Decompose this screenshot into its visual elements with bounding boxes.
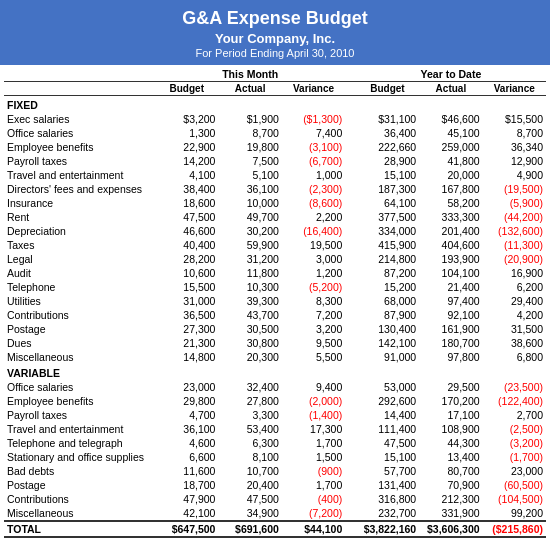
table-row: Dues21,30030,8009,500142,100180,70038,60…: [4, 336, 546, 350]
row-value: 10,000: [218, 196, 281, 210]
row-value: 232,700: [356, 506, 419, 521]
total-value: $3,606,300: [419, 521, 482, 537]
row-value: 20,300: [218, 350, 281, 364]
total-row: TOTAL$647,500$691,600$44,100$3,822,160$3…: [4, 521, 546, 537]
row-value: 404,600: [419, 238, 482, 252]
row-value: $15,500: [483, 112, 546, 126]
row-value: 29,400: [483, 294, 546, 308]
row-value: 187,300: [356, 182, 419, 196]
table-row: Telephone and telegraph4,6006,3001,70047…: [4, 436, 546, 450]
subheader-empty: [4, 82, 155, 96]
row-value: 11,600: [155, 464, 218, 478]
row-value: $3,200: [155, 112, 218, 126]
row-value: (5,200): [282, 280, 345, 294]
row-value: 6,800: [483, 350, 546, 364]
row-value: 58,200: [419, 196, 482, 210]
table-row: Employee benefits29,80027,800(2,000)292,…: [4, 394, 546, 408]
row-value: (7,200): [282, 506, 345, 521]
row-label: Directors' fees and expenses: [4, 182, 155, 196]
row-value: [345, 168, 356, 182]
row-value: 334,000: [356, 224, 419, 238]
row-value: 180,700: [419, 336, 482, 350]
row-value: 131,400: [356, 478, 419, 492]
row-value: 30,200: [218, 224, 281, 238]
row-label: Telephone and telegraph: [4, 436, 155, 450]
row-value: 36,340: [483, 140, 546, 154]
row-value: 91,000: [356, 350, 419, 364]
divider2: [345, 82, 356, 96]
row-value: 15,100: [356, 168, 419, 182]
table-row: Payroll taxes14,2007,500(6,700)28,90041,…: [4, 154, 546, 168]
row-value: (23,500): [483, 380, 546, 394]
row-value: (104,500): [483, 492, 546, 506]
row-value: 36,400: [356, 126, 419, 140]
row-label: Office salaries: [4, 126, 155, 140]
row-label: Postage: [4, 478, 155, 492]
row-value: (132,600): [483, 224, 546, 238]
row-value: (3,200): [483, 436, 546, 450]
table-row: Travel and entertainment36,10053,40017,3…: [4, 422, 546, 436]
row-label: Travel and entertainment: [4, 422, 155, 436]
row-value: 10,300: [218, 280, 281, 294]
row-value: [345, 280, 356, 294]
row-value: 21,400: [419, 280, 482, 294]
row-value: (400): [282, 492, 345, 506]
row-value: [345, 210, 356, 224]
row-value: 29,500: [419, 380, 482, 394]
row-label: Employee benefits: [4, 394, 155, 408]
row-value: 45,100: [419, 126, 482, 140]
row-value: 23,000: [155, 380, 218, 394]
row-label: Postage: [4, 322, 155, 336]
company-name: Your Company, Inc.: [4, 31, 546, 46]
row-label: Contributions: [4, 492, 155, 506]
section-name-1: VARIABLE: [4, 364, 155, 380]
row-value: [345, 238, 356, 252]
budget-table: This Month Year to Date Budget Actual Va…: [4, 67, 546, 538]
row-value: ($1,300): [282, 112, 345, 126]
row-label: Payroll taxes: [4, 408, 155, 422]
row-label: Utilities: [4, 294, 155, 308]
row-value: 1,300: [155, 126, 218, 140]
divider: [345, 67, 356, 82]
row-value: [345, 408, 356, 422]
row-value: 1,700: [282, 478, 345, 492]
row-value: 30,800: [218, 336, 281, 350]
row-value: [345, 450, 356, 464]
row-value: 17,100: [419, 408, 482, 422]
row-value: [345, 154, 356, 168]
row-value: (60,500): [483, 478, 546, 492]
row-value: 1,000: [282, 168, 345, 182]
row-value: 108,900: [419, 422, 482, 436]
row-value: 9,500: [282, 336, 345, 350]
row-label: Miscellaneous: [4, 506, 155, 521]
row-value: 2,200: [282, 210, 345, 224]
row-value: [345, 252, 356, 266]
row-value: 130,400: [356, 322, 419, 336]
row-value: 4,600: [155, 436, 218, 450]
table-row: Miscellaneous14,80020,3005,50091,00097,8…: [4, 350, 546, 364]
section-label-0: FIXED: [4, 96, 546, 113]
row-value: 15,100: [356, 450, 419, 464]
row-value: 9,400: [282, 380, 345, 394]
row-value: [345, 224, 356, 238]
row-value: 36,100: [218, 182, 281, 196]
row-value: 38,400: [155, 182, 218, 196]
row-value: 8,100: [218, 450, 281, 464]
row-label: Exec salaries: [4, 112, 155, 126]
table-row: Contributions36,50043,7007,20087,90092,1…: [4, 308, 546, 322]
tm-variance-header: Variance: [282, 82, 345, 96]
row-value: 21,300: [155, 336, 218, 350]
row-value: 142,100: [356, 336, 419, 350]
row-value: 19,500: [282, 238, 345, 252]
row-value: 212,300: [419, 492, 482, 506]
row-value: 30,500: [218, 322, 281, 336]
row-value: 47,500: [356, 436, 419, 450]
row-value: [345, 308, 356, 322]
row-value: 170,200: [419, 394, 482, 408]
row-value: 23,000: [483, 464, 546, 478]
row-value: 47,900: [155, 492, 218, 506]
row-label: Legal: [4, 252, 155, 266]
section-name-0: FIXED: [4, 96, 155, 113]
total-value: [345, 521, 356, 537]
row-value: 57,700: [356, 464, 419, 478]
